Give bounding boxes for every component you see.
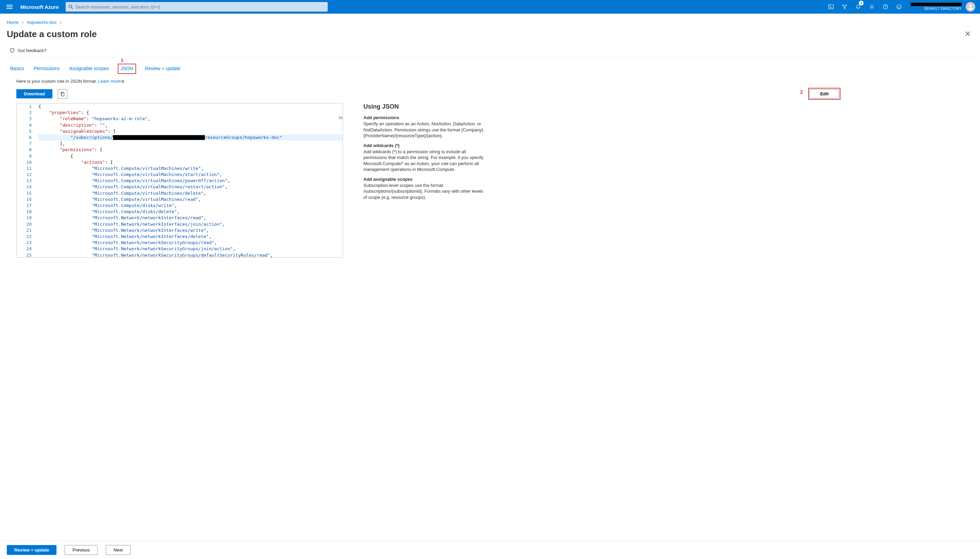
tab-json[interactable]: JSON <box>118 64 136 74</box>
chevron-right-icon: › <box>22 20 23 25</box>
tab-permissions[interactable]: Permissions <box>33 64 60 74</box>
settings-icon[interactable] <box>865 0 879 13</box>
svg-rect-2 <box>7 8 13 9</box>
cloud-shell-icon[interactable] <box>824 0 838 13</box>
breadcrumb-item[interactable]: hopsworks-doc <box>27 20 56 25</box>
close-icon[interactable] <box>962 28 973 40</box>
callout-number-2: 2 <box>800 89 803 95</box>
menu-icon[interactable] <box>3 0 16 13</box>
callout-number-1: 1 <box>121 58 124 63</box>
breadcrumb-item[interactable]: Home <box>7 20 19 25</box>
json-editor[interactable]: 1234567891011121314151617181920212223242… <box>16 103 343 258</box>
brand-label[interactable]: Microsoft Azure <box>16 4 66 10</box>
help-heading: Add wildcards (*) <box>363 143 486 148</box>
avatar-icon[interactable] <box>966 2 975 12</box>
svg-point-12 <box>900 6 900 7</box>
feedback-label: Got feedback? <box>18 48 46 53</box>
svg-rect-16 <box>62 93 64 96</box>
svg-point-3 <box>69 5 72 8</box>
search-box[interactable] <box>66 2 328 12</box>
svg-rect-5 <box>828 5 833 9</box>
notification-badge: 1 <box>859 1 864 5</box>
directory-label: DEFAULT DIRECTORY <box>924 7 962 11</box>
help-icon[interactable] <box>879 0 892 13</box>
account-block[interactable]: DEFAULT DIRECTORY <box>906 3 964 11</box>
help-text: Subscription-level scopes use the format… <box>363 182 486 200</box>
svg-point-7 <box>871 6 873 8</box>
download-button[interactable]: Download <box>16 89 53 98</box>
feedback-smile-icon[interactable] <box>892 0 906 13</box>
search-icon <box>68 5 73 9</box>
learn-more-link[interactable]: Learn more <box>98 79 121 84</box>
tab-review-update[interactable]: Review + update <box>144 64 181 74</box>
edit-highlight-box: Edit <box>808 88 840 100</box>
account-name-redacted <box>911 3 962 6</box>
feedback-link[interactable]: Got feedback? <box>7 40 973 58</box>
tab-assignable-scopes[interactable]: Assignable scopes <box>68 64 110 74</box>
editor-code: { "properties": { "roleName": "hopsworks… <box>37 104 343 258</box>
help-panel: Using JSON Add permissionsSpecify an ope… <box>363 103 486 258</box>
help-heading: Add assignable scopes <box>363 177 486 182</box>
breadcrumb: Home › hopsworks-doc › <box>7 18 973 27</box>
svg-point-13 <box>970 5 972 7</box>
edit-button[interactable]: Edit <box>810 89 839 98</box>
notifications-icon[interactable]: 1 <box>851 0 865 13</box>
heart-icon <box>10 48 15 53</box>
svg-rect-0 <box>7 5 13 5</box>
svg-line-4 <box>71 8 73 9</box>
top-header: Microsoft Azure 1 DEFAULT DIRECTORY <box>0 0 980 13</box>
chevron-right-icon: › <box>60 20 61 25</box>
help-text: Specify an operation as an Action, NotAc… <box>363 121 486 139</box>
search-input[interactable] <box>75 5 325 10</box>
svg-point-10 <box>897 5 901 9</box>
copy-icon[interactable] <box>58 89 68 99</box>
svg-point-11 <box>898 6 899 7</box>
filter-icon[interactable] <box>838 0 851 13</box>
svg-rect-1 <box>7 7 13 7</box>
page-title: Update a custom role <box>7 29 97 40</box>
help-heading: Add permissions <box>363 115 486 120</box>
header-right: 1 DEFAULT DIRECTORY <box>824 0 977 13</box>
editor-gutter: 1234567891011121314151617181920212223242… <box>16 104 37 258</box>
subheading: Here is your custom role in JSON format.… <box>7 74 973 88</box>
page-content: Home › hopsworks-doc › Update a custom r… <box>0 13 980 258</box>
editor-toolbar: Download 2 Edit <box>7 88 973 103</box>
tab-basics[interactable]: Basics <box>10 64 25 74</box>
external-link-icon: ⧉ <box>122 79 124 83</box>
help-title: Using JSON <box>363 103 486 110</box>
help-text: Add wildcards (*) to a permission string… <box>363 149 486 173</box>
tabs: BasicsPermissionsAssignable scopesJSONRe… <box>7 60 973 74</box>
